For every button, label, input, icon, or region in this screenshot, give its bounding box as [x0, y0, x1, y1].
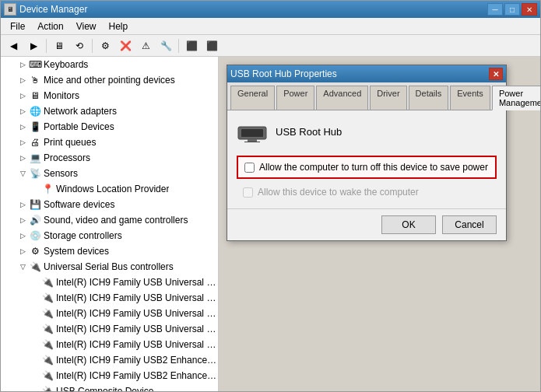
tab-driver[interactable]: Driver	[370, 86, 406, 110]
properties-button[interactable]: ⚙	[96, 37, 114, 54]
tree-label-sensors: Sensors	[44, 168, 78, 179]
tree-item-usb6[interactable]: 🔌 Intel(R) ICH9 Family USB2 Enhanced Hos…	[1, 352, 218, 368]
back-button[interactable]: ◀	[4, 37, 23, 54]
toolbar: ◀ ▶ 🖥 ⟲ ⚙ ❌ ⚠ 🔧 ⬛ ⬛	[1, 35, 540, 57]
tree-item-usb1[interactable]: 🔌 Intel(R) ICH9 Family USB Universal Hos…	[1, 275, 218, 290]
svg-rect-3	[244, 142, 260, 142]
tree-item-portable[interactable]: ▷ 📱 Portable Devices	[1, 119, 218, 135]
svg-rect-2	[248, 139, 257, 142]
usb-icon: 🔌	[29, 261, 41, 273]
tree-label-sound: Sound, video and game controllers	[44, 215, 188, 226]
processors-icon: 💻	[29, 152, 41, 164]
tree-item-usb4[interactable]: 🔌 Intel(R) ICH9 Family USB Universal Hos…	[1, 321, 218, 337]
tree-item-sensors[interactable]: ▽ 📡 Sensors	[1, 166, 218, 181]
menu-action[interactable]: Action	[31, 19, 69, 33]
tree-item-sound[interactable]: ▷ 🔊 Sound, video and game controllers	[1, 212, 218, 228]
update-driver-button[interactable]: 🔧	[156, 37, 175, 54]
tree-label-portable: Portable Devices	[44, 121, 114, 132]
tab-power-management[interactable]: Power Management	[492, 86, 540, 110]
title-bar: 🖥 Device Manager ─ □ ✕	[1, 1, 540, 18]
tree-item-usb7[interactable]: 🔌 Intel(R) ICH9 Family USB2 Enhanced Hos…	[1, 368, 218, 383]
tab-advanced[interactable]: Advanced	[316, 86, 368, 110]
expander-network: ▷	[16, 105, 29, 117]
wlp-icon: 📍	[41, 183, 54, 195]
refresh-button[interactable]: ⟲	[70, 37, 89, 54]
title-bar-controls: ─ □ ✕	[487, 3, 537, 16]
tree-item-print[interactable]: ▷ 🖨 Print queues	[1, 135, 218, 150]
network-icon: 🌐	[29, 105, 41, 117]
sound-icon: 🔊	[29, 214, 41, 226]
remove-button[interactable]: ❌	[116, 37, 135, 54]
expander-sound: ▷	[16, 214, 29, 226]
expander-mice: ▷	[16, 74, 29, 86]
warning-button[interactable]: ⚠	[136, 37, 155, 54]
tree-item-composite[interactable]: 🔌 USB Composite Device	[1, 383, 218, 391]
view-btn2[interactable]: ⬛	[202, 37, 221, 54]
tree-item-system[interactable]: ▷ ⚙ System devices	[1, 243, 218, 259]
wake-checkbox[interactable]	[243, 187, 253, 198]
tree-label-usb4: Intel(R) ICH9 Family USB Universal Host …	[56, 324, 218, 334]
tree-label-network: Network adapters	[44, 106, 117, 117]
device-manager-button[interactable]: 🖥	[50, 37, 69, 54]
main-window: 🖥 Device Manager ─ □ ✕ File Action View …	[0, 0, 541, 392]
separator-3	[178, 39, 179, 53]
tree-item-usb3[interactable]: 🔌 Intel(R) ICH9 Family USB Universal Hos…	[1, 306, 218, 321]
tree-item-keyboards[interactable]: ▷ ⌨ Keyboards	[1, 57, 218, 72]
tree-label-usb6: Intel(R) ICH9 Family USB2 Enhanced Host …	[56, 355, 218, 366]
expander-storage: ▷	[16, 229, 29, 242]
tree-label-monitors: Monitors	[44, 90, 79, 101]
maximize-button[interactable]: □	[504, 3, 520, 16]
tree-item-software[interactable]: ▷ 💾 Software devices	[1, 197, 218, 212]
menu-view[interactable]: View	[70, 19, 103, 33]
tree-label-software: Software devices	[44, 199, 114, 210]
power-save-checkbox[interactable]	[244, 163, 255, 173]
menu-help[interactable]: Help	[103, 19, 135, 33]
tree-label-usb7: Intel(R) ICH9 Family USB2 Enhanced Host …	[56, 370, 218, 381]
dialog-buttons: OK Cancel	[227, 208, 506, 240]
dialog-title-bar: USB Root Hub Properties ✕	[227, 65, 506, 82]
tree-item-storage[interactable]: ▷ 💿 Storage controllers	[1, 228, 218, 243]
tab-events[interactable]: Events	[450, 86, 490, 110]
expander-usb1	[29, 276, 41, 289]
tree-item-wlp[interactable]: 📍 Windows Location Provider	[1, 181, 218, 197]
cancel-button[interactable]: Cancel	[442, 215, 497, 234]
tab-general[interactable]: General	[230, 86, 275, 110]
device-icon	[237, 120, 268, 143]
properties-dialog: USB Root Hub Properties ✕ General Power …	[227, 65, 507, 241]
usb1-icon: 🔌	[41, 276, 54, 289]
expander-usb3	[29, 307, 41, 320]
dialog-tab-bar: General Power Advanced Driver Details Ev…	[227, 82, 506, 110]
tree-label-composite: USB Composite Device	[56, 386, 153, 391]
sensors-icon: 📡	[29, 167, 41, 180]
system-icon: ⚙	[29, 245, 41, 257]
forward-button[interactable]: ▶	[24, 37, 43, 54]
tree-item-usb[interactable]: ▽ 🔌 Universal Serial Bus controllers	[1, 259, 218, 275]
separator-1	[46, 39, 47, 53]
window-title: Device Manager	[19, 4, 87, 15]
tree-label-usb: Universal Serial Bus controllers	[44, 261, 174, 272]
expander-usb4	[29, 323, 41, 335]
ok-button[interactable]: OK	[381, 215, 436, 234]
usb3-icon: 🔌	[41, 307, 54, 320]
tab-details[interactable]: Details	[409, 86, 449, 110]
svg-rect-1	[241, 129, 263, 137]
menu-file[interactable]: File	[4, 19, 31, 33]
tree-item-network[interactable]: ▷ 🌐 Network adapters	[1, 103, 218, 119]
view-btn1[interactable]: ⬛	[182, 37, 201, 54]
dialog-close-button[interactable]: ✕	[489, 68, 503, 80]
device-header: USB Root Hub	[237, 120, 497, 143]
title-bar-left: 🖥 Device Manager	[4, 3, 87, 16]
power-save-label[interactable]: Allow the computer to turn off this devi…	[259, 162, 488, 173]
minimize-button[interactable]: ─	[487, 3, 503, 16]
tree-item-processors[interactable]: ▷ 💻 Processors	[1, 150, 218, 166]
tab-power[interactable]: Power	[276, 86, 314, 110]
dialog-content: USB Root Hub Allow the computer to turn …	[227, 110, 506, 208]
composite-icon: 🔌	[41, 385, 54, 391]
tree-item-mice[interactable]: ▷ 🖱 Mice and other pointing devices	[1, 72, 218, 88]
tree-item-usb5[interactable]: 🔌 Intel(R) ICH9 Family USB Universal Hos…	[1, 337, 218, 352]
expander-sensors: ▽	[16, 167, 29, 180]
tree-item-usb2[interactable]: 🔌 Intel(R) ICH9 Family USB Universal Hos…	[1, 290, 218, 306]
tree-item-monitors[interactable]: ▷ 🖥 Monitors	[1, 88, 218, 103]
close-button[interactable]: ✕	[522, 3, 537, 16]
tree-label-usb5: Intel(R) ICH9 Family USB Universal Host …	[56, 339, 218, 350]
